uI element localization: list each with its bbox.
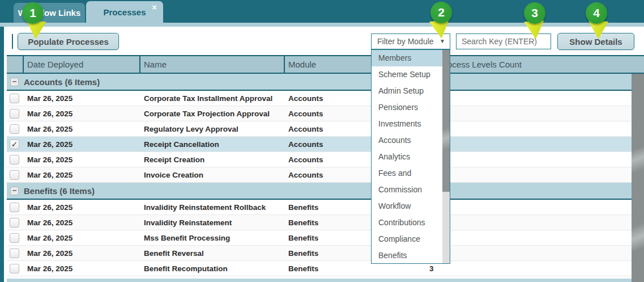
- group-label: Accounts (6 Items): [24, 77, 100, 87]
- dropdown-scrollbar-thumb[interactable]: [442, 50, 450, 192]
- row-checkbox[interactable]: [10, 218, 19, 228]
- column-header-module[interactable]: Module: [284, 56, 374, 73]
- row-checkbox[interactable]: [10, 94, 19, 103]
- dropdown-option[interactable]: Accounts: [372, 132, 442, 149]
- dropdown-option[interactable]: Contributions: [372, 214, 442, 231]
- dropdown-option[interactable]: Scheme Setup: [372, 66, 442, 83]
- cell-name: Receipt Cancellation: [139, 137, 284, 151]
- cell-date-deployed: Mar 26, 2025: [23, 200, 139, 214]
- table-row[interactable]: Mar 26, 2025 Benefit Reversal Benefits: [7, 246, 632, 261]
- cell-date-deployed: Mar 26, 2025: [23, 91, 139, 106]
- tab-processes-label: Processes: [103, 7, 146, 17]
- tab-processes[interactable]: Processes ×: [86, 1, 163, 23]
- table-row[interactable]: Mar 26, 2025 Regulatory Levy Approval Ac…: [7, 121, 632, 137]
- annotation-badge-2: 2: [430, 2, 452, 23]
- table-row[interactable]: Mar 26, 2025 Mss Benefit Processing Bene…: [7, 230, 632, 246]
- cell-module: Accounts: [284, 152, 374, 167]
- cell-name: Corporate Tax Projection Approval: [139, 106, 284, 121]
- cell-name: Invoice Creation: [139, 167, 284, 182]
- toolbar-separator: [12, 34, 13, 49]
- annotation-badge-3: 3: [524, 2, 545, 24]
- cell-module: Accounts: [284, 121, 374, 136]
- cell-date-deployed: Mar 26, 2025: [23, 215, 139, 230]
- cell-module: Accounts: [284, 167, 374, 182]
- table-row[interactable]: Mar 26, 2025 Invalidity Reinstatement Ro…: [7, 200, 632, 215]
- cell-module: Benefits: [284, 246, 374, 260]
- processes-window: Workflow Links Processes × Populate Proc…: [0, 0, 644, 282]
- chevron-down-icon[interactable]: ▼: [440, 38, 445, 44]
- cell-name: Invalidity Reinstatement Rollback: [139, 200, 284, 214]
- table-header: Date Deployed Name Module Process Levels…: [7, 55, 644, 74]
- dropdown-option[interactable]: Workflow: [372, 198, 442, 214]
- cell-date-deployed: Mar 26, 2025: [23, 106, 139, 121]
- row-checkbox[interactable]: [10, 155, 19, 165]
- table-row[interactable]: Mar 26, 2025 Corporate Tax Installment A…: [7, 91, 632, 106]
- cell-module: Benefits: [284, 261, 374, 276]
- column-header-name[interactable]: Name: [139, 56, 284, 73]
- table-row[interactable]: Mar 26, 2025 Invoice Creation Accounts: [7, 167, 632, 183]
- collapse-icon[interactable]: −: [10, 187, 19, 195]
- cell-module: Accounts: [284, 91, 374, 106]
- table-row[interactable]: Mar 26, 2025 Receipt Creation Accounts: [7, 152, 632, 167]
- group-header-row[interactable]: − Benefits (6 Items): [7, 183, 632, 200]
- row-checkbox[interactable]: [10, 233, 19, 243]
- cell-date-deployed: Mar 26, 2025: [23, 261, 139, 276]
- row-checkbox[interactable]: [10, 124, 19, 134]
- row-checkbox[interactable]: [10, 170, 19, 180]
- row-checkbox[interactable]: [10, 264, 19, 273]
- annotation-badge-1: 1: [22, 2, 44, 24]
- group-label: Benefits (6 Items): [24, 186, 95, 196]
- cell-module: Accounts: [284, 137, 374, 151]
- cell-date-deployed: Mar 26, 2025: [23, 246, 139, 260]
- column-header-date-deployed[interactable]: Date Deployed: [23, 56, 139, 73]
- dropdown-option[interactable]: Benefits: [372, 247, 442, 263]
- cell-date-deployed: Mar 26, 2025: [23, 230, 139, 245]
- vertical-scrollbar[interactable]: [632, 74, 644, 282]
- annotation-badge-4: 4: [586, 2, 607, 24]
- cell-name: Receipt Creation: [139, 152, 284, 167]
- dropdown-option[interactable]: Fees and Commission: [372, 165, 442, 198]
- dropdown-scrollbar-track[interactable]: [442, 50, 450, 263]
- cell-module: Benefits: [284, 215, 374, 230]
- cell-date-deployed: Mar 26, 2025: [23, 121, 139, 136]
- dropdown-option[interactable]: Members: [372, 50, 442, 66]
- show-details-button[interactable]: Show Details: [557, 33, 634, 50]
- cell-name: Invalidity Reinstatement: [139, 215, 284, 230]
- cell-date-deployed: Mar 26, 2025: [23, 152, 139, 167]
- table-body: − Accounts (6 Items) Mar 26, 2025 Corpor…: [7, 74, 632, 282]
- cell-module: Benefits: [284, 200, 374, 214]
- cell-module: Benefits: [284, 230, 374, 245]
- filter-by-module-dropdown[interactable]: Filter by Module ▼: [371, 33, 450, 49]
- row-checkbox[interactable]: [10, 203, 19, 212]
- cell-date-deployed: Mar 26, 2025: [23, 137, 139, 151]
- tab-bar: Workflow Links Processes ×: [0, 0, 644, 23]
- dropdown-option[interactable]: Investments: [372, 116, 442, 132]
- module-dropdown-list: MembersScheme SetupAdmin SetupPensioners…: [371, 49, 450, 264]
- table-row[interactable]: Mar 26, 2025 Benefit Recomputation Benef…: [7, 261, 632, 276]
- dropdown-option[interactable]: Analytics: [372, 149, 442, 165]
- tab-underline-strip: [0, 23, 644, 27]
- dropdown-option[interactable]: Compliance: [372, 231, 442, 247]
- row-checkbox[interactable]: [10, 140, 19, 149]
- next-group-header-partial: [7, 279, 632, 282]
- row-checkbox[interactable]: [10, 109, 19, 119]
- table-row[interactable]: Mar 26, 2025 Invalidity Reinstatement Be…: [7, 215, 632, 230]
- row-checkbox[interactable]: [10, 249, 19, 258]
- table-row[interactable]: Mar 26, 2025 Receipt Cancellation Accoun…: [7, 137, 632, 152]
- header-divider: [139, 56, 140, 73]
- collapse-icon[interactable]: −: [10, 78, 19, 86]
- dropdown-option[interactable]: Pensioners: [372, 99, 442, 116]
- cell-name: Benefit Reversal: [139, 246, 284, 260]
- populate-processes-button[interactable]: Populate Processes: [18, 33, 119, 50]
- filter-by-module-value: Filter by Module: [377, 37, 434, 46]
- cell-name: Regulatory Levy Approval: [139, 121, 284, 136]
- header-divider: [284, 56, 285, 73]
- table-row[interactable]: Mar 26, 2025 Corporate Tax Projection Ap…: [7, 106, 632, 121]
- cell-module: Accounts: [284, 106, 374, 121]
- left-edge-strip: [0, 27, 4, 282]
- close-icon[interactable]: ×: [152, 3, 157, 11]
- module-dropdown-options: MembersScheme SetupAdmin SetupPensioners…: [372, 50, 442, 263]
- dropdown-option[interactable]: Admin Setup: [372, 83, 442, 99]
- group-header-row[interactable]: − Accounts (6 Items): [7, 74, 632, 91]
- cell-name: Mss Benefit Processing: [139, 230, 284, 245]
